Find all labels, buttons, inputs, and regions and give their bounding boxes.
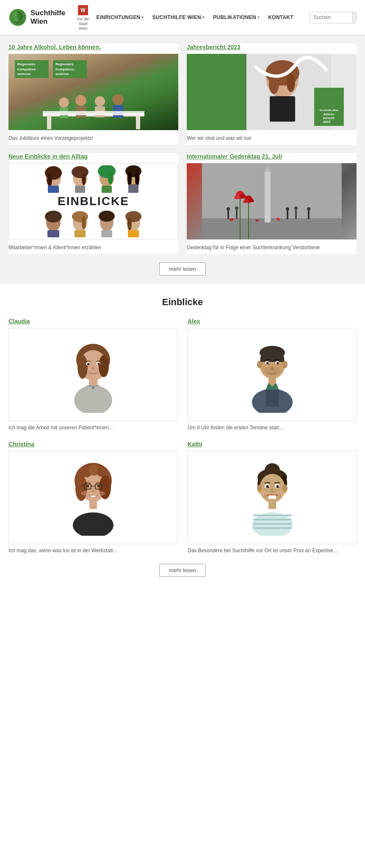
svg-point-143 (259, 491, 267, 496)
svg-point-111 (97, 467, 106, 477)
svg-point-89 (87, 363, 90, 365)
news-caption-gedenktag: Gedenktag für in Folge einer Suchterkran… (187, 243, 357, 254)
svg-text:W: W (81, 7, 86, 13)
person-image-kathi (188, 451, 357, 544)
person-card-kathi: Kathi (188, 441, 357, 554)
svg-point-144 (278, 491, 285, 496)
svg-point-119 (81, 491, 88, 495)
svg-point-120 (98, 491, 105, 495)
svg-point-139 (276, 485, 279, 488)
nav-einrichtungen[interactable]: EINRICHTUNGEN ▾ (93, 12, 147, 23)
svg-point-13 (95, 96, 105, 106)
svg-point-3 (17, 11, 22, 20)
svg-point-86 (99, 355, 109, 377)
svg-point-54 (127, 217, 132, 231)
person-name-christina[interactable]: Christina (8, 441, 177, 448)
einblicke-section: Einblicke Claudia (0, 284, 365, 590)
svg-point-85 (77, 355, 88, 379)
person-card-christina: Christina (8, 441, 177, 554)
svg-point-65 (286, 207, 289, 211)
svg-rect-58 (265, 172, 271, 223)
news-card-jahres: Jahresbericht 2023 (187, 44, 357, 145)
logo-icon (8, 8, 27, 27)
svg-rect-57 (202, 218, 342, 239)
person-caption-christina: Ich mag das, wenn was los ist in der Wer… (8, 548, 177, 554)
svg-rect-48 (75, 230, 86, 237)
person-image-christina (8, 451, 177, 544)
svg-rect-24 (270, 96, 295, 122)
svg-rect-7 (47, 117, 51, 129)
news-caption-alkohol: Das Jubiläum eines Vorzeigeprojekts! (8, 134, 178, 145)
nav-publikationen[interactable]: PUBLIKATIONEN ▾ (210, 12, 263, 23)
news-caption-jahres: Wer wir sind und was wir tun (187, 134, 357, 145)
news-image-jahres: Suchthilfe Wien Jahres-bericht2023 (187, 54, 357, 130)
person-image-claudia (8, 328, 177, 421)
news-image-alkohol: RegionalesKompetenz-zentrum RegionalesKo… (8, 54, 178, 130)
search-input[interactable] (310, 12, 352, 22)
svg-rect-17 (43, 111, 144, 115)
news-card-alkohol: 10 Jahre Alkohol. Leben können. Regional… (8, 44, 178, 145)
search-button[interactable]: 🔍 (352, 12, 357, 23)
svg-rect-44 (47, 230, 59, 237)
svg-point-117 (86, 485, 89, 487)
nav-kontakt[interactable]: KONTAKT (265, 12, 297, 23)
person-caption-claudia: Ich mag die Arbeit mit unseren Patient*i… (8, 425, 177, 431)
svg-rect-8 (136, 117, 140, 129)
svg-point-97 (257, 361, 262, 368)
svg-rect-124 (253, 523, 291, 525)
news-image-gedenktag (187, 163, 357, 239)
svg-point-98 (282, 361, 288, 368)
logo-text: Suchthilfe Wien (30, 9, 65, 26)
news-title-gedenktag[interactable]: Internationaler Gedenktag 21. Juli (187, 153, 357, 160)
svg-point-102 (277, 362, 279, 364)
news-card-gedenktag: Internationaler Gedenktag 21. Juli (187, 153, 357, 254)
svg-point-43 (45, 211, 62, 223)
person-name-claudia[interactable]: Claudia (8, 318, 177, 325)
svg-point-9 (59, 97, 69, 108)
search-area: 🔍 (310, 12, 357, 23)
svg-point-30 (72, 166, 88, 178)
svg-rect-64 (287, 210, 288, 219)
news-title-einblicke[interactable]: Neue Einblicke in den Alltag (8, 153, 178, 160)
svg-point-141 (278, 486, 279, 487)
main-nav: EINRICHTUNGEN ▾ SUCHTHILFE WIEN ▾ PUBLIK… (93, 12, 297, 23)
news-title-jahres[interactable]: Jahresbericht 2023 (187, 44, 357, 50)
svg-point-67 (294, 206, 298, 210)
einblicke-section-title: Einblicke (8, 297, 357, 308)
news-grid: 10 Jahre Alkohol. Leben können. Regional… (8, 44, 357, 254)
svg-rect-62 (236, 209, 238, 219)
person-grid: Claudia (8, 318, 357, 554)
svg-point-63 (235, 206, 238, 210)
svg-rect-19 (213, 54, 246, 130)
svg-rect-142 (268, 495, 276, 499)
mehr-lesen-news-button[interactable]: mehr lesen (159, 262, 206, 275)
svg-point-27 (47, 174, 52, 186)
person-name-kathi[interactable]: Kathi (188, 441, 357, 448)
svg-point-83 (74, 385, 112, 413)
news-title-alkohol[interactable]: 10 Jahre Alkohol. Leben können. (8, 44, 178, 50)
news-caption-einblicke: Mitarbeiter*innen & Klient*innen erzähle… (8, 243, 178, 254)
svg-point-107 (75, 476, 87, 501)
svg-rect-55 (128, 230, 139, 237)
svg-point-23 (287, 73, 295, 92)
main-content: 10 Jahre Alkohol. Leben können. Regional… (0, 35, 365, 284)
mehr-lesen-news-wrap: mehr lesen (8, 262, 357, 275)
svg-point-31 (82, 173, 86, 185)
person-card-claudia: Claudia (8, 318, 177, 431)
svg-rect-66 (295, 209, 297, 219)
person-image-alex (188, 328, 357, 421)
mehr-lesen-einblicke-button[interactable]: mehr lesen (159, 564, 206, 577)
svg-point-61 (227, 207, 230, 211)
logo-badge: W Für die Stadt Wien (77, 4, 89, 31)
svg-point-38 (125, 165, 141, 177)
news-image-einblicke: EINBLICKE (8, 163, 178, 239)
person-name-alex[interactable]: Alex (188, 318, 357, 325)
svg-rect-68 (308, 210, 310, 219)
svg-rect-32 (75, 186, 85, 193)
svg-point-138 (266, 485, 269, 488)
svg-point-140 (268, 486, 269, 487)
nav-suchthilfe-wien[interactable]: SUCHTHILFE WIEN ▾ (149, 12, 208, 23)
svg-point-47 (82, 216, 86, 229)
svg-point-35 (108, 172, 113, 184)
svg-rect-41 (128, 184, 138, 193)
